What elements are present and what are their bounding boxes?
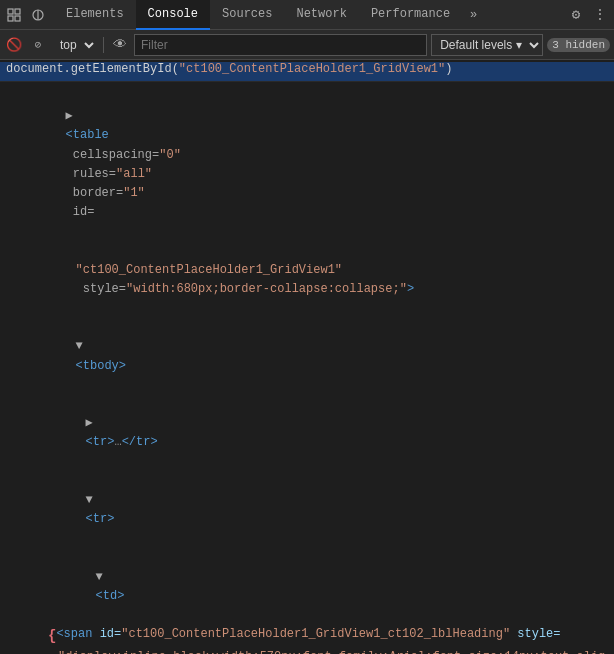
dom-tree: ▶ <table cellspacing="0" rules="all" bor… <box>0 84 614 654</box>
hidden-count-badge: 3 hidden <box>547 38 610 52</box>
svg-rect-1 <box>15 9 20 14</box>
dom-line-tr-collapsed-1: ▶ <tr>…</tr> <box>4 395 614 472</box>
dom-line-table: ▶ <table cellspacing="0" rules="all" bor… <box>4 88 614 242</box>
tab-bar: Elements Console Sources Network Perform… <box>0 0 614 30</box>
devtools-icon-1[interactable] <box>4 5 24 25</box>
tab-icon-group <box>4 5 48 25</box>
dom-line-tr-open: ▼ <tr> <box>4 472 614 549</box>
svg-rect-3 <box>15 16 20 21</box>
context-selector[interactable]: top <box>52 34 97 56</box>
filter-input[interactable] <box>134 34 427 56</box>
dom-line-span-style-val: "display:inline-block;width:570px;font-f… <box>4 648 614 654</box>
devtools-icon-2[interactable] <box>28 5 48 25</box>
tab-elements[interactable]: Elements <box>54 0 136 30</box>
console-output-line: document.getElementById("ct100_ContentPl… <box>0 62 614 82</box>
console-area[interactable]: document.getElementById("ct100_ContentPl… <box>0 60 614 654</box>
toolbar-divider-1 <box>103 37 104 53</box>
settings-icon[interactable]: ⚙ <box>566 5 586 25</box>
console-toolbar: 🚫 ⊘ top 👁 Default levels ▾ 3 hidden <box>0 30 614 60</box>
tab-network[interactable]: Network <box>284 0 358 30</box>
tab-sources[interactable]: Sources <box>210 0 284 30</box>
filter-toggle-icon[interactable]: ⊘ <box>28 35 48 55</box>
tab-right-icons: ⚙ ⋮ <box>566 5 610 25</box>
dom-line-td-open: ▼ <td> <box>4 549 614 626</box>
dom-line-tbody: ▼ <tbody> <box>4 318 614 395</box>
dom-line-span-heading: { <span id="ct100_ContentPlaceHolder1_Gr… <box>4 625 614 647</box>
more-options-icon[interactable]: ⋮ <box>590 5 610 25</box>
clear-console-icon[interactable]: 🚫 <box>4 35 24 55</box>
tab-performance[interactable]: Performance <box>359 0 462 30</box>
tab-console[interactable]: Console <box>136 0 210 30</box>
log-levels-select[interactable]: Default levels ▾ <box>431 34 543 56</box>
eye-icon[interactable]: 👁 <box>110 35 130 55</box>
svg-rect-2 <box>8 16 13 21</box>
svg-rect-0 <box>8 9 13 14</box>
tab-more-button[interactable]: » <box>462 0 485 30</box>
dom-line-ct100-id: "ct100_ContentPlaceHolder1_GridView1" st… <box>4 242 614 319</box>
